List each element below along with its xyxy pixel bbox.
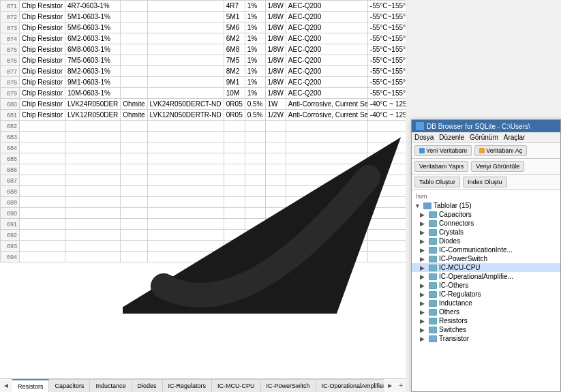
tree-table-item[interactable]: ▶ IC-Others	[412, 281, 560, 290]
sheet-tab-bar: ◄ ResistorsCapacitorsInductanceDiodesIC-…	[0, 378, 406, 392]
table-row: 879Chip Resistor10M-0603-1%10M1%1/8WAEC-…	[1, 88, 406, 99]
tree-table-item[interactable]: ▶ IC-OperationalAmplifie...	[412, 272, 560, 281]
sheet-tab[interactable]: Diodes	[132, 379, 163, 393]
tree-table-item[interactable]: ▶ Inductance	[412, 299, 560, 307]
db-menu-bar: Dosya Düzenle Görünüm Araçlar	[412, 132, 560, 143]
table-icon	[429, 229, 437, 236]
sheet-tab[interactable]: Capacitors	[49, 379, 90, 393]
tree-item-label: Resistors	[439, 317, 468, 325]
tree-item-arrow: ▶	[420, 300, 427, 307]
tree-expand-icon: ▼	[414, 202, 421, 209]
menu-gorunum[interactable]: Görünüm	[470, 134, 498, 141]
tree-item-arrow: ▶	[420, 256, 427, 262]
tree-item-label: Inductance	[439, 299, 472, 307]
db-title-text: DB Browser for SQLite - C:\Users\	[427, 123, 530, 130]
tree-item-label: Transistor	[439, 335, 469, 342]
table-icon	[429, 309, 437, 316]
tree-item-label: Connectors	[439, 220, 474, 227]
tree-table-item[interactable]: ▶ Capacitors	[412, 210, 560, 219]
tree-column-label: İsim	[412, 192, 560, 201]
btn-open-db[interactable]: Veritabanı Aç	[474, 145, 527, 156]
tree-item-arrow: ▶	[420, 247, 427, 254]
table-row: 691	[1, 219, 406, 230]
table-row: 877Chip Resistor8M2-0603-1%8M21%1/8WAEC-…	[1, 66, 406, 77]
tree-table-item[interactable]: ▶ Connectors	[412, 219, 560, 228]
btn-new-db[interactable]: Yeni Veritabanı	[414, 145, 472, 156]
tree-item-arrow: ▶	[420, 229, 427, 236]
tree-item-label: Switches	[439, 326, 466, 333]
table-row: 689	[1, 197, 406, 208]
table-icon	[429, 247, 437, 254]
sheet-tab[interactable]: IC-OperationalAmplifier	[316, 379, 384, 393]
tree-table-item[interactable]: ▶ Resistors	[412, 316, 560, 325]
tree-item-label: IC-PowerSwitch	[439, 255, 487, 262]
tree-item-label: IC-OperationalAmplifie...	[439, 273, 513, 280]
table-row: 687	[1, 175, 406, 186]
sheet-tab[interactable]: IC-MCU-CPU	[212, 379, 261, 393]
table-icon	[429, 238, 437, 245]
tree-item-label: IC-MCU-CPU	[439, 264, 481, 271]
tree-item-arrow: ▶	[420, 318, 427, 325]
table-row: 690	[1, 208, 406, 219]
tree-item-arrow: ▶	[420, 282, 427, 289]
btn-db-structure[interactable]: Veritabanı Yapıs	[414, 161, 468, 172]
tree-item-arrow: ▶	[420, 327, 427, 333]
table-row: 874Chip Resistor6M2-0603-1%6M21%1/8WAEC-…	[1, 33, 406, 44]
db-tree-content: İsim ▼ Tablolar (15) ▶ Capacitors ▶ Conn…	[412, 190, 560, 391]
table-row: 682	[1, 121, 406, 132]
tree-table-item[interactable]: ▶ IC-MCU-CPU	[412, 263, 560, 272]
tree-table-item[interactable]: ▶ Others	[412, 307, 560, 316]
menu-araclar[interactable]: Araçlar	[504, 134, 526, 141]
tab-scroll-right[interactable]: ►	[384, 380, 396, 391]
tree-item-arrow: ▶	[420, 335, 427, 342]
menu-duzenle[interactable]: Düzenle	[439, 134, 464, 141]
table-icon	[429, 335, 437, 342]
open-db-icon	[479, 148, 485, 153]
btn-create-table[interactable]: Tablo Oluştur	[414, 177, 460, 187]
db-title-bar: DB Browser for SQLite - C:\Users\	[412, 120, 560, 132]
tree-item-label: IC-CommunicationInte...	[439, 246, 513, 254]
sheet-tab[interactable]: IC-Regulators	[163, 379, 213, 393]
table-row: 875Chip Resistor6M8-0603-1%6M81%1/8WAEC-…	[1, 44, 406, 55]
tree-item-arrow: ▶	[420, 291, 427, 298]
tree-table-item[interactable]: ▶ Switches	[412, 325, 560, 334]
tree-table-item[interactable]: ▶ Transistor	[412, 334, 560, 343]
table-row: 683	[1, 132, 406, 142]
db-secondary-toolbar: Veritabanı Yapıs Veriyi Görüntüle	[412, 159, 560, 175]
database-icon	[423, 202, 431, 209]
data-table: 871Chip Resistor4R7-0603-1%4R71%1/8WAEC-…	[0, 0, 406, 262]
tree-table-item[interactable]: ▶ Crystals	[412, 228, 560, 237]
sheet-tab[interactable]: Resistors	[12, 379, 50, 393]
table-row: 693	[1, 241, 406, 252]
sheet-tab[interactable]: Inductance	[90, 379, 132, 393]
table-row: 681Chip ResistorLVK12R050DEROhmiteLVK12N…	[1, 110, 406, 121]
tree-item-label: IC-Regulators	[439, 290, 481, 298]
tree-item-arrow: ▶	[420, 309, 427, 316]
tree-item-arrow: ▶	[420, 211, 427, 218]
btn-view-data[interactable]: Veriyi Görüntüle	[471, 161, 524, 172]
btn-create-index[interactable]: Index Oluştu	[463, 177, 507, 187]
db-toolbar: Yeni Veritabanı Veritabanı Aç	[412, 143, 560, 159]
table-row: 876Chip Resistor7M5-0603-1%7M51%1/8WAEC-…	[1, 55, 406, 66]
new-db-icon	[419, 148, 425, 153]
table-row: 871Chip Resistor4R7-0603-1%4R71%1/8WAEC-…	[1, 1, 406, 12]
tree-root-db[interactable]: ▼ Tablolar (15)	[412, 201, 560, 210]
tab-add[interactable]: +	[396, 380, 406, 391]
tables-section-label: Tablolar (15)	[434, 202, 472, 209]
tree-item-label: Others	[439, 308, 459, 316]
tree-item-arrow: ▶	[420, 273, 427, 280]
sheet-tab[interactable]: IC-PowerSwitch	[261, 379, 316, 393]
spreadsheet-area: 871Chip Resistor4R7-0603-1%4R71%1/8WAEC-…	[0, 0, 406, 392]
table-icon	[429, 265, 437, 271]
tree-table-item[interactable]: ▶ Diodes	[412, 237, 560, 245]
tree-item-arrow: ▶	[420, 238, 427, 245]
tree-table-item[interactable]: ▶ IC-CommunicationInte...	[412, 245, 560, 254]
table-icon	[429, 300, 437, 307]
table-row: 878Chip Resistor9M1-0603-1%9M11%1/8WAEC-…	[1, 77, 406, 88]
tree-table-item[interactable]: ▶ IC-Regulators	[412, 290, 560, 299]
table-icon	[429, 318, 437, 325]
tab-scroll-left[interactable]: ◄	[0, 380, 12, 391]
tree-table-item[interactable]: ▶ IC-PowerSwitch	[412, 254, 560, 263]
menu-dosya[interactable]: Dosya	[414, 134, 434, 141]
table-icon	[429, 282, 437, 289]
